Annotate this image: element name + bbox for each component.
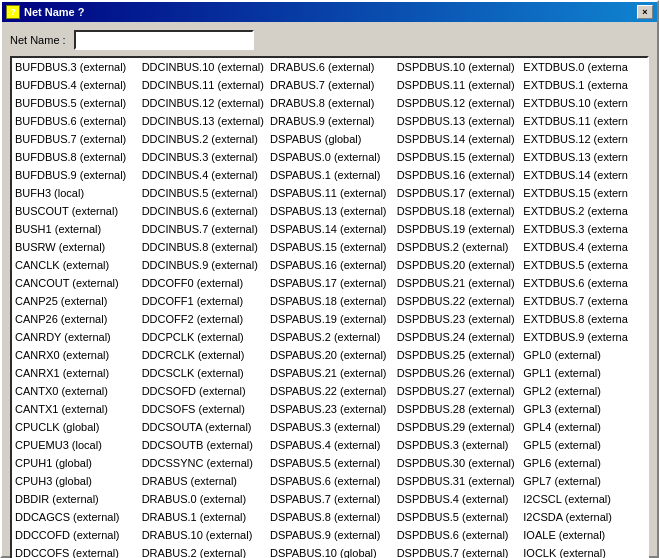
list-item[interactable]: DSPABUS.18 (external) <box>267 292 394 310</box>
list-item[interactable]: IOCLK (external) <box>520 544 647 558</box>
list-item[interactable]: EXTDBUS.8 (externa <box>520 310 647 328</box>
list-item[interactable]: DDCINBUS.4 (external) <box>139 166 267 184</box>
list-item[interactable]: DSPABUS.3 (external) <box>267 418 394 436</box>
list-item[interactable]: DSPABUS.19 (external) <box>267 310 394 328</box>
list-item[interactable]: DSPABUS.20 (external) <box>267 346 394 364</box>
list-item[interactable]: DSPDBUS.18 (external) <box>394 202 521 220</box>
list-item[interactable]: EXTDBUS.7 (externa <box>520 292 647 310</box>
list-item[interactable]: EXTDBUS.6 (externa <box>520 274 647 292</box>
list-item[interactable]: EXTDBUS.14 (extern <box>520 166 647 184</box>
list-item[interactable]: DSPABUS.22 (external) <box>267 382 394 400</box>
list-item[interactable]: DRABUS (external) <box>139 472 267 490</box>
list-item[interactable]: EXTDBUS.5 (externa <box>520 256 647 274</box>
list-item[interactable]: DRABUS.6 (external) <box>267 58 394 76</box>
list-item[interactable]: BUFDBUS.8 (external) <box>12 148 139 166</box>
list-item[interactable]: DDCINBUS.2 (external) <box>139 130 267 148</box>
list-item[interactable]: DBDIR (external) <box>12 490 139 508</box>
list-item[interactable]: DSPABUS.6 (external) <box>267 472 394 490</box>
list-item[interactable]: GPL6 (external) <box>520 454 647 472</box>
list-item[interactable]: DDCSOUTA (external) <box>139 418 267 436</box>
list-item[interactable]: CANRDY (external) <box>12 328 139 346</box>
list-item[interactable]: DDCCOFS (external) <box>12 544 139 558</box>
list-item[interactable]: CPUEMU3 (local) <box>12 436 139 454</box>
list-item[interactable]: DSPABUS.7 (external) <box>267 490 394 508</box>
list-item[interactable]: DSPDBUS.20 (external) <box>394 256 521 274</box>
list-item[interactable]: DDCSOUTB (external) <box>139 436 267 454</box>
list-item[interactable]: EXTDBUS.2 (externa <box>520 202 647 220</box>
list-item[interactable]: DSPDBUS.25 (external) <box>394 346 521 364</box>
list-item[interactable]: CANRX1 (external) <box>12 364 139 382</box>
list-item[interactable]: DDCINBUS.10 (external) <box>139 58 267 76</box>
list-item[interactable]: DSPABUS.0 (external) <box>267 148 394 166</box>
list-item[interactable]: CANTX1 (external) <box>12 400 139 418</box>
list-item[interactable]: DDCCOFD (external) <box>12 526 139 544</box>
list-item[interactable]: DSPDBUS.24 (external) <box>394 328 521 346</box>
list-item[interactable]: DDCINBUS.12 (external) <box>139 94 267 112</box>
list-item[interactable]: DDCINBUS.9 (external) <box>139 256 267 274</box>
list-item[interactable]: EXTDBUS.0 (externa <box>520 58 647 76</box>
net-name-input[interactable] <box>74 30 254 50</box>
list-item[interactable]: DDCAGCS (external) <box>12 508 139 526</box>
list-item[interactable]: I2CSDA (external) <box>520 508 647 526</box>
list-item[interactable]: GPL4 (external) <box>520 418 647 436</box>
list-item[interactable]: DSPDBUS.12 (external) <box>394 94 521 112</box>
list-item[interactable]: BUSRW (external) <box>12 238 139 256</box>
list-item[interactable]: DSPABUS.5 (external) <box>267 454 394 472</box>
list-item[interactable]: DSPDBUS.23 (external) <box>394 310 521 328</box>
list-item[interactable]: I2CSCL (external) <box>520 490 647 508</box>
list-item[interactable]: GPL2 (external) <box>520 382 647 400</box>
list-item[interactable]: DSPABUS.8 (external) <box>267 508 394 526</box>
list-item[interactable]: DSPABUS.14 (external) <box>267 220 394 238</box>
list-item[interactable]: DSPABUS.15 (external) <box>267 238 394 256</box>
list-item[interactable]: DSPABUS.1 (external) <box>267 166 394 184</box>
list-item[interactable]: DDCINBUS.7 (external) <box>139 220 267 238</box>
list-item[interactable]: DSPDBUS.3 (external) <box>394 436 521 454</box>
list-item[interactable]: CANCOUT (external) <box>12 274 139 292</box>
list-item[interactable]: DSPDBUS.17 (external) <box>394 184 521 202</box>
list-item[interactable]: DSPABUS (global) <box>267 130 394 148</box>
list-item[interactable]: DRABUS.0 (external) <box>139 490 267 508</box>
list-item[interactable]: DSPDBUS.6 (external) <box>394 526 521 544</box>
list-item[interactable]: DDCSSYNC (external) <box>139 454 267 472</box>
list-item[interactable]: EXTDBUS.9 (externa <box>520 328 647 346</box>
list-item[interactable]: DSPABUS.4 (external) <box>267 436 394 454</box>
list-item[interactable]: DRABUS.8 (external) <box>267 94 394 112</box>
list-item[interactable]: DSPDBUS.14 (external) <box>394 130 521 148</box>
list-item[interactable]: DSPDBUS.13 (external) <box>394 112 521 130</box>
list-item[interactable]: DDCSOFS (external) <box>139 400 267 418</box>
list-item[interactable]: DSPABUS.2 (external) <box>267 328 394 346</box>
list-item[interactable]: BUFDBUS.4 (external) <box>12 76 139 94</box>
list-item[interactable]: CANRX0 (external) <box>12 346 139 364</box>
list-item[interactable]: DDCOFF0 (external) <box>139 274 267 292</box>
list-item[interactable]: EXTDBUS.3 (externa <box>520 220 647 238</box>
list-item[interactable]: DSPDBUS.21 (external) <box>394 274 521 292</box>
list-item[interactable]: DDCOFF1 (external) <box>139 292 267 310</box>
list-item[interactable]: BUFDBUS.7 (external) <box>12 130 139 148</box>
list-item[interactable]: BUFDBUS.3 (external) <box>12 58 139 76</box>
list-item[interactable]: DSPDBUS.2 (external) <box>394 238 521 256</box>
list-item[interactable]: BUSCOUT (external) <box>12 202 139 220</box>
list-item[interactable]: BUFDBUS.5 (external) <box>12 94 139 112</box>
list-item[interactable]: DDCPCLK (external) <box>139 328 267 346</box>
list-item[interactable]: DSPDBUS.27 (external) <box>394 382 521 400</box>
list-item[interactable]: DSPABUS.16 (external) <box>267 256 394 274</box>
list-item[interactable]: DSPABUS.21 (external) <box>267 364 394 382</box>
list-item[interactable]: DRABUS.1 (external) <box>139 508 267 526</box>
list-item[interactable]: BUFDBUS.9 (external) <box>12 166 139 184</box>
list-item[interactable]: CPUH3 (global) <box>12 472 139 490</box>
list-item[interactable]: DSPDBUS.15 (external) <box>394 148 521 166</box>
list-item[interactable]: DDCINBUS.3 (external) <box>139 148 267 166</box>
list-item[interactable]: DRABUS.10 (external) <box>139 526 267 544</box>
list-item[interactable]: DSPDBUS.16 (external) <box>394 166 521 184</box>
list-item[interactable]: GPL1 (external) <box>520 364 647 382</box>
list-item[interactable]: DDCINBUS.5 (external) <box>139 184 267 202</box>
list-item[interactable]: EXTDBUS.10 (extern <box>520 94 647 112</box>
list-item[interactable]: EXTDBUS.1 (externa <box>520 76 647 94</box>
list-item[interactable]: GPL7 (external) <box>520 472 647 490</box>
list-item[interactable]: DSPABUS.11 (external) <box>267 184 394 202</box>
list-item[interactable]: DDCOFF2 (external) <box>139 310 267 328</box>
list-item[interactable]: GPL5 (external) <box>520 436 647 454</box>
list-item[interactable]: DRABUS.2 (external) <box>139 544 267 558</box>
list-item[interactable]: DDCINBUS.13 (external) <box>139 112 267 130</box>
list-item[interactable]: DSPDBUS.28 (external) <box>394 400 521 418</box>
